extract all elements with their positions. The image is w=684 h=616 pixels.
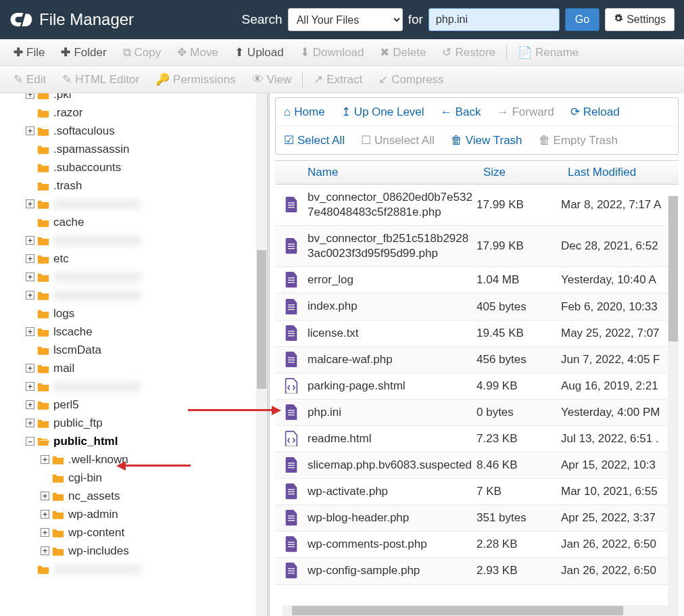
file-row[interactable]: bv_connector_08620ed0b7e5327e48048483c5f… <box>275 185 679 226</box>
tree-item[interactable]: +wp-admin <box>5 505 262 523</box>
horizontal-scrollbar[interactable] <box>283 605 679 616</box>
tree-item[interactable]: +lscache <box>5 323 262 341</box>
forward-button[interactable]: →Forward <box>497 105 554 119</box>
tree-item[interactable]: + <box>5 231 262 250</box>
file-table-body[interactable]: bv_connector_08620ed0b7e5327e48048483c5f… <box>275 185 679 606</box>
view-button[interactable]: 👁View <box>244 69 300 91</box>
scroll-thumb[interactable] <box>257 250 266 389</box>
expand-icon[interactable]: + <box>26 291 34 300</box>
tree-item[interactable]: .subaccounts <box>5 158 262 176</box>
expand-icon[interactable]: + <box>26 400 34 409</box>
html-editor-button[interactable]: ✎HTML Editor <box>54 68 147 91</box>
tree-item[interactable]: + <box>5 195 262 213</box>
select-all-button[interactable]: ☑Select All <box>284 133 345 147</box>
search-scope-select[interactable]: All Your Files <box>288 8 403 31</box>
column-name[interactable]: Name <box>275 166 477 179</box>
collapse-icon[interactable]: − <box>26 437 34 446</box>
expand-icon[interactable]: + <box>41 455 49 464</box>
file-row[interactable]: error_log 1.04 MB Yesterday, 10:40 A <box>275 267 679 293</box>
expand-icon[interactable]: + <box>26 364 34 373</box>
restore-button[interactable]: ↺Restore <box>434 41 504 64</box>
tree-item[interactable]: .razor <box>5 103 262 122</box>
permissions-button[interactable]: 🔑Permissions <box>147 68 244 91</box>
empty-trash-button[interactable]: 🗑Empty Trash <box>539 134 618 147</box>
tree-item[interactable]: + <box>5 286 262 304</box>
tree-item[interactable]: −public_html <box>5 432 262 450</box>
file-row[interactable]: license.txt 19.45 KB May 25, 2022, 7:07 <box>275 321 679 347</box>
scroll-thumb[interactable] <box>292 606 623 615</box>
tree-item[interactable]: .trash <box>5 176 262 195</box>
tree-item[interactable]: +nc_assets <box>5 487 262 505</box>
file-row[interactable]: malcare-waf.php 456 bytes Jun 7, 2022, 4… <box>275 347 679 373</box>
tree-item[interactable] <box>5 560 262 578</box>
file-row[interactable]: readme.html 7.23 KB Jul 13, 2022, 6:51 . <box>275 426 679 452</box>
tree-item[interactable]: logs <box>5 304 262 323</box>
tree-item[interactable]: + <box>5 268 262 286</box>
expand-icon[interactable]: + <box>41 492 49 500</box>
file-row[interactable]: wp-activate.php 7 KB Mar 10, 2021, 6:55 <box>275 479 679 505</box>
file-row[interactable]: wp-blog-header.php 351 bytes Apr 25, 202… <box>275 505 679 531</box>
column-modified[interactable]: Last Modified <box>561 166 679 179</box>
back-button[interactable]: ←Back <box>441 105 481 119</box>
expand-icon[interactable]: + <box>26 236 34 245</box>
tree-scrollbar[interactable] <box>256 93 267 616</box>
file-row[interactable]: parking-page.shtml 4.99 KB Aug 16, 2019,… <box>275 373 679 400</box>
move-button[interactable]: ✥Move <box>169 41 226 64</box>
expand-icon[interactable]: + <box>26 93 34 99</box>
tree-item[interactable]: +perl5 <box>5 396 262 414</box>
compress-button[interactable]: ↙Compress <box>370 68 451 91</box>
expand-icon[interactable]: + <box>26 382 34 391</box>
file-row[interactable]: slicemap.php.bv6083.suspected 8.46 KB Ap… <box>275 452 679 479</box>
view-trash-button[interactable]: 🗑View Trash <box>451 134 522 147</box>
delete-button[interactable]: ✖Delete <box>372 41 434 64</box>
rename-button[interactable]: 📄Rename <box>510 41 587 64</box>
expand-icon[interactable]: + <box>26 419 34 427</box>
expand-icon[interactable]: + <box>41 510 49 519</box>
tree-item[interactable]: +.well-known <box>5 450 262 469</box>
home-button[interactable]: ⌂Home <box>284 105 325 119</box>
tree-item[interactable]: +public_ftp <box>5 414 262 432</box>
expand-icon[interactable]: + <box>26 327 34 336</box>
expand-icon[interactable]: + <box>26 126 34 135</box>
file-row[interactable]: index.php 405 bytes Feb 6, 2020, 10:33 <box>275 293 679 320</box>
expand-icon[interactable]: + <box>26 199 34 208</box>
tree-item[interactable]: cache <box>5 213 262 231</box>
tree-item[interactable]: +etc <box>5 250 262 268</box>
tree-item[interactable]: +.pki <box>5 93 262 103</box>
go-button[interactable]: Go <box>565 8 600 31</box>
tree-item[interactable]: cgi-bin <box>5 469 262 487</box>
expand-icon[interactable]: + <box>26 273 34 281</box>
file-list-scrollbar[interactable] <box>668 196 679 607</box>
tree-item[interactable]: +wp-content <box>5 523 262 542</box>
up-one-level-button[interactable]: ↥Up One Level <box>341 105 424 119</box>
expand-icon[interactable]: + <box>26 254 34 263</box>
svg-rect-3 <box>288 244 295 245</box>
unselect-all-button[interactable]: ☐Unselect All <box>361 133 435 147</box>
settings-button[interactable]: Settings <box>605 8 675 31</box>
copy-button[interactable]: ⧉Copy <box>115 42 170 64</box>
file-row[interactable]: wp-comments-post.php 2.28 KB Jan 26, 202… <box>275 531 679 558</box>
expand-icon[interactable]: + <box>41 546 49 555</box>
file-row[interactable]: wp-config-sample.php 2.93 KB Jan 26, 202… <box>275 558 679 584</box>
folder-tree[interactable]: +.pki.razor+.softaculous.spamassassin.su… <box>0 93 267 616</box>
upload-button[interactable]: ⬆Upload <box>226 41 292 64</box>
search-input[interactable] <box>429 8 560 31</box>
file-row[interactable]: bv_connector_fb251c518b29283ac0023f3d95f… <box>275 226 679 267</box>
tree-item[interactable]: + <box>5 377 262 396</box>
extract-button[interactable]: ↗Extract <box>306 68 370 91</box>
column-size[interactable]: Size <box>477 166 561 179</box>
expand-icon[interactable]: + <box>41 528 49 537</box>
download-button[interactable]: ⬇Download <box>292 41 372 64</box>
edit-button[interactable]: ✎Edit <box>5 68 54 91</box>
app-header: File Manager Search All Your Files for G… <box>0 0 684 39</box>
tree-item[interactable]: +.softaculous <box>5 122 262 140</box>
tree-item[interactable]: .spamassassin <box>5 140 262 158</box>
file-button[interactable]: ✚File <box>5 41 53 64</box>
tree-item[interactable]: +wp-includes <box>5 542 262 560</box>
reload-button[interactable]: ⟳Reload <box>570 105 620 119</box>
file-row[interactable]: php.ini 0 bytes Yesterday, 4:00 PM <box>275 400 679 426</box>
folder-button[interactable]: ✚Folder <box>53 41 114 64</box>
tree-item[interactable]: +mail <box>5 359 262 377</box>
tree-item[interactable]: lscmData <box>5 341 262 359</box>
scroll-thumb[interactable] <box>668 196 678 341</box>
